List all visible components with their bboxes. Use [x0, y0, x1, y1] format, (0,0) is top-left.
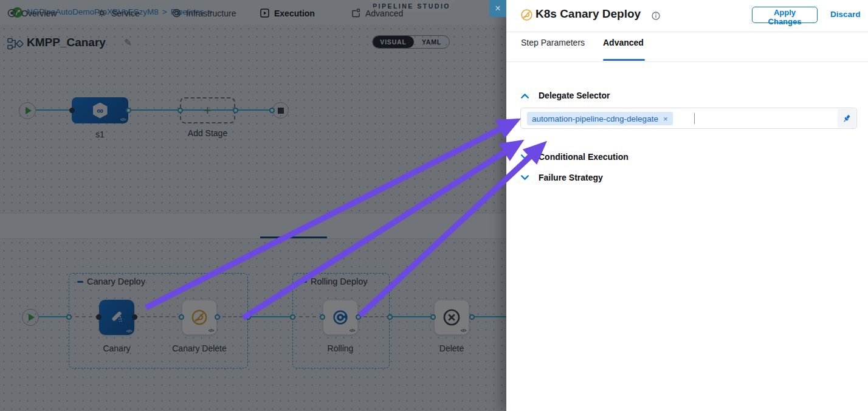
drawer-title: K8s Canary Deploy [536, 7, 641, 21]
tab-advanced[interactable]: Advanced [603, 38, 644, 47]
canary-step-icon [520, 9, 533, 21]
pin-button[interactable] [838, 109, 856, 128]
pipeline-studio-app: NGPipeAutoDemoProXBVbESzyM8>Pipelines> P… [0, 0, 868, 411]
chevron-up-icon[interactable] [520, 91, 529, 100]
active-tab-underline [603, 59, 645, 61]
step-config-drawer: K8s Canary Deploy Apply Changes Discard … [506, 0, 868, 411]
text-caret [694, 113, 695, 124]
section-failure-strategy[interactable]: Failure Strategy [539, 173, 603, 182]
apply-changes-button[interactable]: Apply Changes [752, 7, 818, 23]
drawer-close-button[interactable]: × [489, 0, 506, 17]
divider [506, 32, 868, 32]
delegate-tags-input[interactable]: automation-pipeline-cdng-delegate × [520, 108, 857, 129]
tab-step-parameters[interactable]: Step Parameters [521, 38, 585, 47]
modal-dim-overlay [0, 0, 506, 411]
remove-tag-icon[interactable]: × [663, 114, 668, 123]
discard-button[interactable]: Discard [830, 10, 861, 19]
divider [506, 61, 868, 62]
info-icon[interactable] [652, 12, 660, 20]
section-conditional-execution[interactable]: Conditional Execution [539, 152, 629, 162]
pin-icon [842, 114, 852, 123]
section-delegate-selector[interactable]: Delegate Selector [539, 91, 610, 100]
delegate-tag-label: automation-pipeline-cdng-delegate [532, 114, 658, 123]
delegate-tag-chip[interactable]: automation-pipeline-cdng-delegate × [527, 112, 673, 125]
chevron-down-icon[interactable] [520, 173, 529, 182]
chevron-down-icon[interactable] [520, 153, 529, 162]
